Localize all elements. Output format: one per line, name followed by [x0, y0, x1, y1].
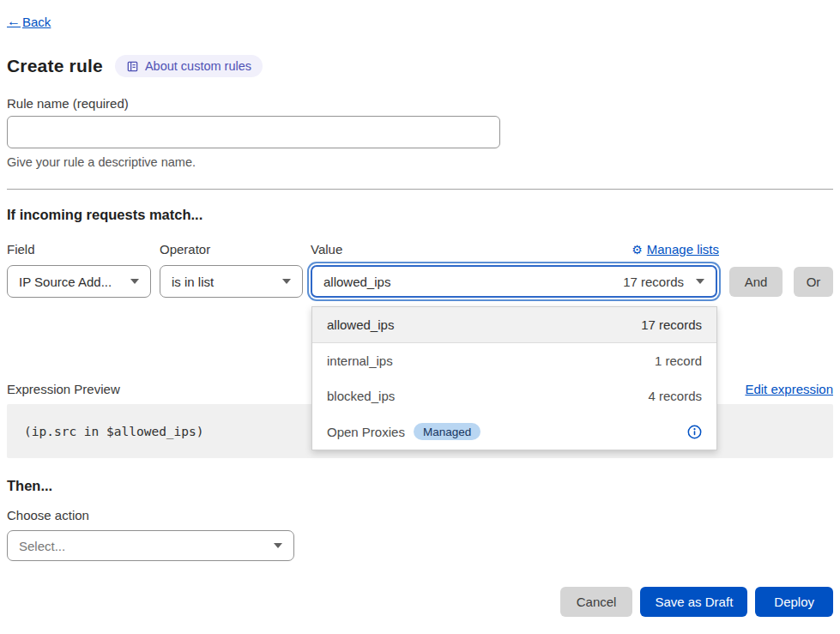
and-button[interactable]: And: [729, 267, 783, 297]
edit-expression-link[interactable]: Edit expression: [745, 382, 833, 396]
managed-badge: Managed: [414, 423, 480, 440]
title-row: Create rule About custom rules: [7, 55, 833, 77]
value-select-value: allowed_ips: [323, 275, 390, 289]
list-item-name: blocked_ips: [327, 389, 395, 403]
section-divider: [7, 189, 833, 190]
field-select-value: IP Source Add...: [19, 275, 112, 289]
choose-action-label: Choose action: [7, 508, 833, 522]
gear-icon: ⚙: [632, 243, 643, 257]
back-link[interactable]: ←Back: [7, 14, 51, 29]
list-item-name: Open Proxies: [327, 425, 405, 439]
list-item-allowed-ips[interactable]: allowed_ips 17 records: [312, 307, 716, 343]
list-item-blocked-ips[interactable]: blocked_ips 4 records: [312, 378, 716, 414]
or-button[interactable]: Or: [794, 267, 833, 297]
operator-select-value: is in list: [172, 275, 214, 289]
about-custom-rules-link[interactable]: About custom rules: [115, 55, 263, 77]
value-select-meta: 17 records: [623, 275, 684, 289]
back-arrow-icon: ←: [7, 14, 21, 29]
operator-label: Operator: [160, 242, 210, 257]
then-heading: Then...: [7, 478, 833, 494]
footer-actions: Cancel Save as Draft Deploy: [560, 587, 833, 617]
operator-select[interactable]: is in list: [160, 265, 303, 298]
list-item-open-proxies[interactable]: Open Proxies Managed: [312, 414, 716, 450]
match-heading: If incoming requests match...: [7, 207, 833, 223]
list-item-name: internal_ips: [327, 353, 393, 368]
list-item-name: allowed_ips: [327, 317, 394, 332]
info-icon[interactable]: [687, 425, 702, 439]
match-controls: Field Operator Value ⚙ Manage lists IP S…: [7, 242, 833, 299]
create-rule-page: ←Back Create rule About custom rules Rul…: [0, 0, 840, 634]
rule-name-helper: Give your rule a descriptive name.: [7, 155, 833, 169]
about-badge-label: About custom rules: [145, 59, 251, 73]
chevron-down-icon: [282, 279, 291, 284]
list-item-internal-ips[interactable]: internal_ips 1 record: [312, 343, 716, 379]
cancel-button[interactable]: Cancel: [560, 587, 633, 617]
book-icon: [126, 60, 139, 73]
expression-preview-label: Expression Preview: [7, 382, 120, 396]
field-select[interactable]: IP Source Add...: [7, 265, 151, 298]
rule-name-input[interactable]: [7, 116, 500, 148]
chevron-down-icon: [274, 543, 282, 548]
action-select-placeholder: Select...: [19, 539, 65, 553]
value-label: Value: [311, 242, 342, 257]
value-dropdown: allowed_ips 17 records internal_ips 1 re…: [311, 306, 717, 450]
list-item-meta: 17 records: [641, 317, 702, 332]
manage-lists-label: Manage lists: [647, 242, 719, 257]
expression-code: (ip.src in $allowed_ips): [24, 425, 204, 438]
save-as-draft-button[interactable]: Save as Draft: [640, 587, 747, 617]
page-title: Create rule: [7, 56, 103, 76]
back-label: Back: [22, 15, 51, 29]
field-label: Field: [7, 242, 35, 257]
list-item-meta: 1 record: [655, 353, 702, 368]
rule-name-label: Rule name (required): [7, 96, 833, 111]
value-select[interactable]: allowed_ips 17 records: [311, 265, 717, 298]
deploy-button[interactable]: Deploy: [755, 587, 833, 617]
list-item-meta: 4 records: [648, 389, 702, 403]
manage-lists-link[interactable]: ⚙ Manage lists: [632, 242, 719, 257]
chevron-down-icon: [130, 279, 139, 284]
chevron-down-icon: [696, 279, 704, 284]
action-select[interactable]: Select...: [7, 530, 294, 561]
